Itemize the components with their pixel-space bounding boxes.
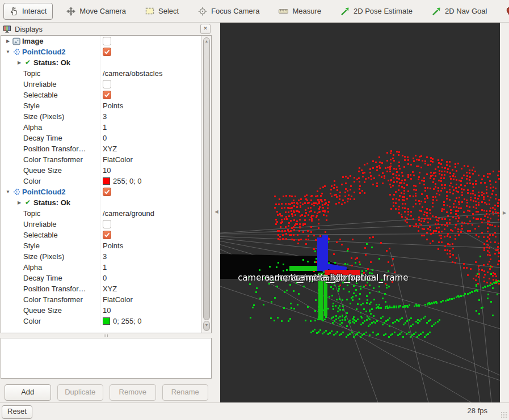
tree-row[interactable]: Color TransformerFlatColor <box>1 294 211 305</box>
tree-row[interactable]: ▼PointCloud2 <box>1 46 211 57</box>
property-value[interactable]: 3 <box>103 251 107 262</box>
tree-row[interactable]: Alpha1 <box>1 262 211 273</box>
collapse-icon[interactable]: ▼ <box>5 46 11 57</box>
tool-2d-nav-goal[interactable]: 2D Nav Goal <box>426 3 493 19</box>
right-splitter[interactable]: ▶ <box>500 23 509 402</box>
checkbox-checked[interactable] <box>103 231 111 239</box>
color-value[interactable]: 255; 0; 0 <box>113 176 142 186</box>
viewport-canvas[interactable] <box>220 23 500 402</box>
row-label: Unreliable <box>23 219 57 230</box>
color-value[interactable]: 0; 255; 0 <box>113 316 142 326</box>
tree-row[interactable]: Position Transfor…XYZ <box>1 143 211 154</box>
checkbox-checked[interactable] <box>103 188 111 196</box>
property-value[interactable]: Points <box>103 240 123 251</box>
tool-focus-camera[interactable]: Focus Camera <box>192 3 265 19</box>
expand-icon[interactable]: ▶ <box>5 36 11 46</box>
tree-row[interactable]: StylePoints <box>1 240 211 251</box>
row-label: Status: Ok <box>33 57 70 68</box>
tree-row[interactable]: Topic/camera/ground <box>1 208 211 219</box>
property-value[interactable]: FlatColor <box>103 294 133 305</box>
collapse-left-icon[interactable]: ◀ <box>213 209 220 214</box>
tree-row[interactable]: Alpha1 <box>1 122 211 133</box>
tree-row[interactable]: ▼PointCloud2 <box>1 186 211 197</box>
remove-button[interactable]: Remove <box>110 384 156 401</box>
checkbox-checked[interactable] <box>103 48 111 56</box>
displays-panel: Displays ✕ ▶Image▼PointCloud2▶✔Status: O… <box>0 23 213 402</box>
tree-row[interactable]: Decay Time0 <box>1 133 211 143</box>
reset-button[interactable]: Reset <box>2 405 32 419</box>
duplicate-button[interactable]: Duplicate <box>57 384 104 401</box>
tree-row[interactable]: Position Transfor…XYZ <box>1 283 211 294</box>
3d-viewport[interactable]: camera_depth_optical_framecamera_depth_f… <box>220 23 500 402</box>
expand-icon[interactable]: ▶ <box>16 57 23 68</box>
checkbox-unchecked[interactable] <box>103 220 111 228</box>
property-value[interactable]: Points <box>103 100 123 111</box>
tree-row[interactable]: Color255; 0; 0 <box>1 176 211 186</box>
tool-publish-point[interactable]: Publish Point <box>500 3 509 19</box>
property-value[interactable]: 3 <box>103 111 107 122</box>
tree-row[interactable]: Size (Pixels)3 <box>1 111 211 122</box>
tree-row[interactable]: Color TransformerFlatColor <box>1 154 211 165</box>
property-value[interactable]: 10 <box>103 165 111 176</box>
property-value[interactable]: /camera/ground <box>103 208 154 219</box>
add-button[interactable]: Add <box>5 384 51 401</box>
displays-monitor-icon <box>3 25 11 33</box>
tool-label: Select <box>158 7 179 15</box>
tree-row[interactable]: Queue Size10 <box>1 305 211 316</box>
property-value[interactable]: 1 <box>103 122 107 133</box>
checkbox-checked[interactable] <box>103 91 111 99</box>
collapse-right-icon[interactable]: ▶ <box>500 210 509 215</box>
panel-splitter-handle[interactable] <box>0 333 212 338</box>
tree-row[interactable]: ▶✔Status: Ok <box>1 57 211 68</box>
tree-row[interactable]: Decay Time0 <box>1 273 211 283</box>
property-value[interactable]: 0 <box>103 133 107 143</box>
tree-row[interactable]: ▶✔Status: Ok <box>1 197 211 208</box>
tree-row[interactable]: Topic/camera/obstacles <box>1 68 211 79</box>
row-label: Size (Pixels) <box>23 251 64 262</box>
pointcloud-icon <box>11 48 22 56</box>
property-value[interactable]: 1 <box>103 262 107 273</box>
tree-row[interactable]: Color0; 255; 0 <box>1 316 211 326</box>
tree-row[interactable]: Selectable <box>1 230 211 240</box>
row-label: Style <box>23 100 40 111</box>
hand-icon <box>10 7 18 16</box>
collapse-icon[interactable]: ▼ <box>5 186 11 197</box>
color-swatch[interactable] <box>103 317 110 325</box>
tree-row[interactable]: Queue Size10 <box>1 165 211 176</box>
rename-button[interactable]: Rename <box>162 384 209 401</box>
row-label: Decay Time <box>23 273 62 283</box>
checkbox-unchecked[interactable] <box>103 37 111 45</box>
displays-panel-header[interactable]: Displays ✕ <box>0 23 213 35</box>
left-splitter[interactable]: ◀ <box>213 23 220 402</box>
pin-icon <box>506 7 509 16</box>
tool-interact[interactable]: Interact <box>3 3 53 20</box>
tree-scrollbar-thumb[interactable]: ▲ <box>203 37 210 320</box>
tree-scrollbar-down-icon[interactable]: ▼ <box>203 321 210 331</box>
tool-measure[interactable]: Measure <box>273 3 327 19</box>
tree-row[interactable]: Unreliable <box>1 219 211 230</box>
checkbox-unchecked[interactable] <box>103 80 111 88</box>
window-resize-grip[interactable] <box>500 411 507 418</box>
tree-scrollbar[interactable]: ▲ ▼ <box>201 36 211 333</box>
property-value[interactable]: XYZ <box>103 283 117 294</box>
tree-row[interactable]: ▶Image <box>1 36 211 46</box>
color-swatch[interactable] <box>103 177 110 185</box>
tree-row[interactable]: Selectable <box>1 90 211 100</box>
tool-select[interactable]: Select <box>140 3 184 19</box>
expand-icon[interactable]: ▶ <box>16 197 23 208</box>
panel-close-icon[interactable]: ✕ <box>200 24 211 34</box>
row-label: Decay Time <box>23 133 62 143</box>
tool-move-camera[interactable]: Move Camera <box>61 3 132 19</box>
fps-counter: 28 fps <box>468 406 487 415</box>
tree-row[interactable]: StylePoints <box>1 100 211 111</box>
tree-row[interactable]: Size (Pixels)3 <box>1 251 211 262</box>
property-value[interactable]: 10 <box>103 305 111 316</box>
displays-tree[interactable]: ▶Image▼PointCloud2▶✔Status: OkTopic/came… <box>1 35 212 333</box>
tree-row[interactable]: Unreliable <box>1 79 211 90</box>
tool-2d-pose-estimate[interactable]: 2D Pose Estimate <box>335 3 418 19</box>
property-value[interactable]: /camera/obstacles <box>103 68 163 79</box>
property-value[interactable]: 0 <box>103 273 107 283</box>
property-value[interactable]: XYZ <box>103 143 117 154</box>
property-value[interactable]: FlatColor <box>103 154 133 165</box>
tool-label: 2D Pose Estimate <box>354 7 413 15</box>
